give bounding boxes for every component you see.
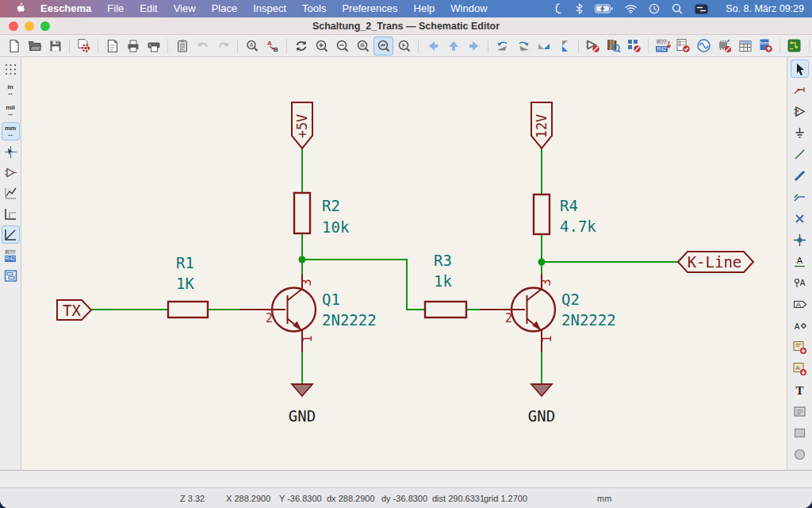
find-button[interactable]: A bbox=[242, 37, 262, 56]
add-text-button[interactable]: T bbox=[791, 381, 809, 399]
zoom-fit-button[interactable] bbox=[353, 37, 373, 56]
add-label-button[interactable]: A bbox=[791, 252, 809, 271]
import-sheet-pin-button[interactable]: A bbox=[791, 360, 809, 378]
hv-wires-button[interactable] bbox=[2, 205, 20, 223]
component-r2[interactable]: R2 10k bbox=[294, 193, 350, 236]
nav-up-button[interactable] bbox=[443, 37, 463, 56]
open-schematic-button[interactable] bbox=[25, 37, 44, 56]
erc-button[interactable] bbox=[673, 37, 693, 56]
add-junction-button[interactable] bbox=[791, 231, 809, 249]
add-bus-button[interactable] bbox=[791, 167, 809, 185]
add-global-label-button[interactable]: A bbox=[791, 295, 809, 314]
schematic-setup-button[interactable] bbox=[74, 37, 94, 56]
close-window-button[interactable] bbox=[9, 21, 18, 31]
zoom-out-button[interactable] bbox=[332, 37, 352, 56]
print-button[interactable] bbox=[123, 37, 143, 56]
add-wire-button[interactable] bbox=[791, 145, 809, 164]
control-center-icon[interactable] bbox=[695, 4, 708, 14]
menu-item-file[interactable]: File bbox=[99, 0, 132, 17]
menu-item-inspect[interactable]: Inspect bbox=[245, 0, 294, 17]
add-circle-button[interactable] bbox=[791, 445, 809, 464]
menu-item-eeschema[interactable]: Eeschema bbox=[33, 0, 99, 17]
menu-item-preferences[interactable]: Preferences bbox=[334, 0, 405, 17]
mirror-vertical-button[interactable] bbox=[534, 37, 553, 56]
menu-item-edit[interactable]: Edit bbox=[132, 0, 165, 17]
highlight-net-button[interactable] bbox=[791, 81, 809, 99]
zoom-to-objects-button[interactable] bbox=[373, 37, 393, 56]
units-mils-button[interactable]: mil↔ bbox=[2, 102, 20, 120]
bluetooth-icon[interactable] bbox=[576, 3, 583, 14]
zoom-window-button[interactable] bbox=[40, 21, 50, 31]
symbol-fields-table-button[interactable] bbox=[735, 37, 755, 56]
rotate-cw-button[interactable] bbox=[513, 37, 533, 56]
minimize-window-button[interactable] bbox=[25, 21, 34, 31]
assign-footprints-button[interactable] bbox=[714, 37, 734, 56]
component-q2[interactable]: 3 2 1 Q2 2N2222 bbox=[480, 274, 616, 352]
angle-45-wires-button[interactable] bbox=[2, 225, 20, 244]
place-symbol-button[interactable] bbox=[791, 102, 809, 121]
mirror-horizontal-button[interactable] bbox=[554, 37, 574, 56]
battery-icon[interactable] bbox=[595, 4, 613, 13]
add-text-box-button[interactable] bbox=[791, 402, 809, 421]
global-label-kline[interactable]: K-Line bbox=[678, 252, 753, 272]
rotate-ccw-button[interactable] bbox=[492, 37, 512, 56]
wire-to-bus-entry-button[interactable] bbox=[791, 188, 809, 206]
footprint-editor-button[interactable] bbox=[624, 37, 644, 56]
units-mm-button[interactable]: mm↔ bbox=[2, 122, 20, 140]
menu-item-tools[interactable]: Tools bbox=[294, 0, 334, 17]
power-symbol-gnd-right[interactable]: GND bbox=[528, 384, 555, 425]
menu-item-view[interactable]: View bbox=[166, 0, 204, 17]
generate-bom-button[interactable]: bom bbox=[756, 37, 776, 56]
input-source-icon[interactable] bbox=[554, 3, 564, 14]
place-power-port-button[interactable] bbox=[791, 124, 809, 142]
hierarchy-navigator-button[interactable] bbox=[2, 267, 20, 285]
zoom-to-selection-button[interactable] bbox=[394, 37, 414, 56]
plot-button[interactable] bbox=[144, 37, 163, 56]
annotate-automatically-button[interactable]: R??R42 bbox=[2, 246, 20, 264]
nav-back-button[interactable] bbox=[423, 37, 442, 56]
open-pcb-editor-button[interactable] bbox=[784, 37, 804, 56]
units-inches-button[interactable]: in↔ bbox=[2, 81, 20, 99]
save-button[interactable] bbox=[45, 37, 65, 56]
menu-item-window[interactable]: Window bbox=[442, 0, 495, 17]
add-rectangle-button[interactable] bbox=[791, 424, 809, 442]
undo-button[interactable] bbox=[193, 37, 213, 56]
power-symbol-5v[interactable]: +5V bbox=[292, 102, 312, 148]
component-r4[interactable]: R4 4.7k bbox=[534, 194, 596, 235]
cursor-shape-button[interactable] bbox=[2, 143, 20, 161]
time-machine-icon[interactable] bbox=[649, 3, 660, 14]
paste-button[interactable] bbox=[172, 37, 192, 56]
power-symbol-gnd-left[interactable]: GND bbox=[289, 384, 316, 425]
component-r1[interactable]: R1 1K bbox=[168, 254, 208, 318]
menu-item-place[interactable]: Place bbox=[204, 0, 246, 17]
no-connect-button[interactable] bbox=[791, 210, 809, 228]
menu-item-help[interactable]: Help bbox=[406, 0, 443, 17]
power-symbol-12v[interactable]: 12V bbox=[531, 102, 552, 148]
symbol-editor-button[interactable] bbox=[583, 37, 603, 56]
component-r3[interactable]: R3 1k bbox=[425, 252, 466, 318]
add-hierarchical-sheet-button[interactable] bbox=[791, 338, 809, 356]
new-schematic-button[interactable] bbox=[4, 37, 24, 56]
redo-button[interactable] bbox=[213, 37, 233, 56]
nav-forward-button[interactable] bbox=[464, 37, 484, 56]
select-tool-button[interactable] bbox=[791, 60, 809, 78]
refresh-button[interactable] bbox=[291, 37, 311, 56]
title-bar[interactable]: Schaltung_2_Trans — Schematic Editor bbox=[0, 17, 812, 35]
show-hidden-pins-button[interactable] bbox=[2, 164, 20, 182]
spotlight-icon[interactable] bbox=[672, 3, 683, 14]
find-replace-button[interactable]: AB bbox=[262, 37, 282, 56]
wifi-icon[interactable] bbox=[625, 4, 637, 13]
annotate-button[interactable]: R??R42 bbox=[653, 37, 672, 56]
add-hierarchical-label-button[interactable]: A bbox=[791, 317, 809, 335]
free-angle-wires-button[interactable] bbox=[2, 184, 20, 202]
schematic-canvas[interactable]: +5V 12V R2 10k R4 4.7k bbox=[21, 57, 787, 470]
simulator-button[interactable] bbox=[694, 37, 714, 56]
menu-clock[interactable]: So. 8. März 09:29 bbox=[718, 0, 812, 17]
page-settings-button[interactable] bbox=[102, 37, 122, 56]
component-q1[interactable]: 3 2 1 Q1 2N2222 bbox=[240, 274, 377, 352]
toggle-grid-button[interactable] bbox=[2, 60, 20, 79]
apple-menu[interactable] bbox=[6, 0, 33, 17]
symbol-library-browser-button[interactable] bbox=[603, 37, 623, 56]
global-label-tx[interactable]: TX bbox=[57, 300, 91, 320]
zoom-in-button[interactable] bbox=[312, 37, 331, 56]
